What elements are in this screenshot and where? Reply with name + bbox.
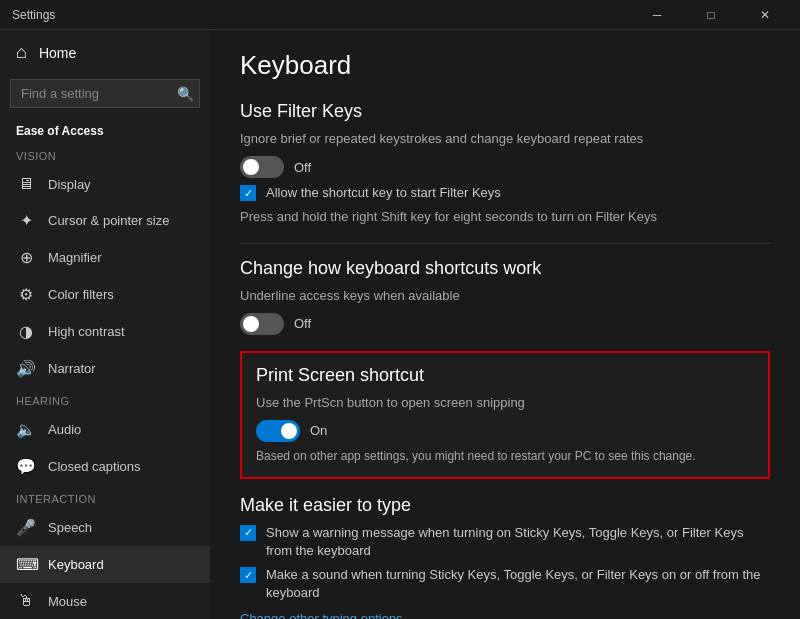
titlebar: Settings ─ □ ✕ [0,0,800,30]
color-filters-icon: ⚙ [16,285,36,304]
shortcuts-section: Change how keyboard shortcuts work Under… [240,258,770,335]
interaction-section-label: Interaction [0,485,210,509]
vision-section-label: Vision [0,142,210,166]
sidebar-item-mouse[interactable]: 🖱 Mouse [0,583,210,619]
sidebar-item-narrator[interactable]: 🔊 Narrator [0,350,210,387]
filter-keys-checkbox[interactable]: ✓ [240,185,256,201]
print-screen-box: Print Screen shortcut Use the PrtScn but… [240,351,770,479]
print-screen-info: Based on other app settings, you might n… [256,448,754,465]
sidebar-item-color-filters-label: Color filters [48,287,114,302]
sidebar-item-magnifier[interactable]: ⊕ Magnifier [0,239,210,276]
change-typing-link[interactable]: Change other typing options [240,611,403,619]
narrator-icon: 🔊 [16,359,36,378]
search-input[interactable] [10,79,200,108]
shortcuts-toggle-row: Off [240,313,770,335]
sidebar-item-color-filters[interactable]: ⚙ Color filters [0,276,210,313]
titlebar-title: Settings [12,8,634,22]
print-screen-title: Print Screen shortcut [256,365,754,386]
easier-type-checkbox1-label: Show a warning message when turning on S… [266,524,770,560]
sidebar-item-high-contrast[interactable]: ◑ High contrast [0,313,210,350]
sidebar-item-cursor[interactable]: ✦ Cursor & pointer size [0,202,210,239]
home-icon: ⌂ [16,42,27,63]
magnifier-icon: ⊕ [16,248,36,267]
filter-keys-toggle-row: Off [240,156,770,178]
search-box-container: 🔍 [10,79,200,108]
print-screen-toggle-knob [281,423,297,439]
shortcuts-title: Change how keyboard shortcuts work [240,258,770,279]
easier-type-section: Make it easier to type ✓ Show a warning … [240,495,770,619]
sidebar-item-home[interactable]: ⌂ Home [0,30,210,75]
close-button[interactable]: ✕ [742,0,788,30]
print-screen-toggle-row: On [256,420,754,442]
print-screen-desc: Use the PrtScn button to open screen sni… [256,394,754,412]
sidebar-item-keyboard-label: Keyboard [48,557,104,572]
filter-keys-toggle[interactable] [240,156,284,178]
minimize-button[interactable]: ─ [634,0,680,30]
high-contrast-icon: ◑ [16,322,36,341]
ease-of-access-heading: Ease of Access [0,116,210,142]
sidebar-item-display-label: Display [48,177,91,192]
speech-icon: 🎤 [16,518,36,537]
easier-type-title: Make it easier to type [240,495,770,516]
easier-type-check1-icon: ✓ [244,526,253,539]
filter-keys-checkbox-label: Allow the shortcut key to start Filter K… [266,184,501,202]
sidebar-item-keyboard[interactable]: ⌨ Keyboard [0,546,210,583]
filter-keys-check-icon: ✓ [244,187,253,200]
shortcuts-toggle-knob [243,316,259,332]
titlebar-controls: ─ □ ✕ [634,0,788,30]
sidebar-item-cursor-label: Cursor & pointer size [48,213,169,228]
sidebar-item-closed-captions[interactable]: 💬 Closed captions [0,448,210,485]
sidebar-home-label: Home [39,45,76,61]
easier-type-checkbox1[interactable]: ✓ [240,525,256,541]
easier-type-checkbox2-label: Make a sound when turning Sticky Keys, T… [266,566,770,602]
filter-keys-checkbox-row: ✓ Allow the shortcut key to start Filter… [240,184,770,202]
page-title: Keyboard [240,50,770,81]
easier-type-checkbox2[interactable]: ✓ [240,567,256,583]
sidebar-item-magnifier-label: Magnifier [48,250,101,265]
filter-keys-section: Use Filter Keys Ignore brief or repeated… [240,101,770,227]
cursor-icon: ✦ [16,211,36,230]
hearing-section-label: Hearing [0,387,210,411]
closed-captions-icon: 💬 [16,457,36,476]
audio-icon: 🔈 [16,420,36,439]
easier-type-checkbox2-row: ✓ Make a sound when turning Sticky Keys,… [240,566,770,602]
sidebar: ⌂ Home 🔍 Ease of Access Vision 🖥 Display… [0,30,210,619]
app-container: ⌂ Home 🔍 Ease of Access Vision 🖥 Display… [0,30,800,619]
shortcuts-toggle[interactable] [240,313,284,335]
easier-type-checkbox1-row: ✓ Show a warning message when turning on… [240,524,770,560]
sidebar-item-display[interactable]: 🖥 Display [0,166,210,202]
keyboard-icon: ⌨ [16,555,36,574]
sidebar-item-speech-label: Speech [48,520,92,535]
mouse-icon: 🖱 [16,592,36,610]
shortcuts-desc: Underline access keys when available [240,287,770,305]
shortcuts-toggle-label: Off [294,316,311,331]
filter-keys-toggle-knob [243,159,259,175]
sidebar-item-mouse-label: Mouse [48,594,87,609]
divider-1 [240,243,770,244]
maximize-button[interactable]: □ [688,0,734,30]
filter-keys-hint: Press and hold the right Shift key for e… [240,208,770,226]
sidebar-item-closed-captions-label: Closed captions [48,459,141,474]
sidebar-item-audio[interactable]: 🔈 Audio [0,411,210,448]
filter-keys-toggle-label: Off [294,160,311,175]
print-screen-toggle-label: On [310,423,327,438]
display-icon: 🖥 [16,175,36,193]
search-icon: 🔍 [177,86,194,102]
filter-keys-desc: Ignore brief or repeated keystrokes and … [240,130,770,148]
content-area: Keyboard Use Filter Keys Ignore brief or… [210,30,800,619]
print-screen-toggle[interactable] [256,420,300,442]
sidebar-item-audio-label: Audio [48,422,81,437]
filter-keys-title: Use Filter Keys [240,101,770,122]
sidebar-item-speech[interactable]: 🎤 Speech [0,509,210,546]
sidebar-item-high-contrast-label: High contrast [48,324,125,339]
sidebar-item-narrator-label: Narrator [48,361,96,376]
easier-type-check2-icon: ✓ [244,569,253,582]
